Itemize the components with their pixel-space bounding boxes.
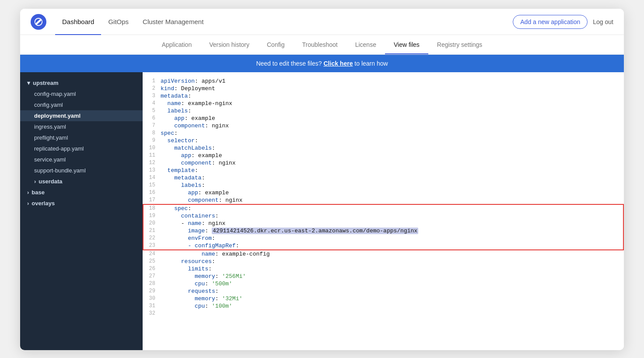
table-row: 5 labels: [143, 107, 623, 115]
table-row: 20 - name: nginx [143, 220, 623, 227]
line-number: 20 [143, 220, 161, 227]
line-number: 26 [143, 265, 161, 273]
line-content: memory: '32Mi' [161, 295, 623, 302]
tree-file-deployment[interactable]: deployment.yaml [20, 110, 143, 121]
banner-after-text: to learn how [354, 60, 388, 67]
table-row: 17 component: nginx [143, 197, 623, 204]
line-content: cpu: '100m' [161, 302, 623, 310]
table-row: 27 memory: '256Mi' [143, 273, 623, 280]
tree-item-label: base [32, 189, 45, 196]
line-number: 9 [143, 137, 161, 144]
banner-text: Need to edit these files? [256, 60, 322, 67]
line-number: 24 [143, 250, 161, 258]
tab-config[interactable]: Config [258, 35, 293, 54]
tab-view-files[interactable]: View files [385, 35, 428, 54]
tab-troubleshoot[interactable]: Troubleshoot [293, 35, 346, 54]
line-content: memory: '256Mi' [161, 273, 623, 280]
line-number: 30 [143, 295, 161, 302]
line-number: 11 [143, 152, 161, 159]
line-number: 18 [143, 204, 161, 212]
line-content: metadata: [161, 174, 623, 182]
tree-file-config-map[interactable]: config-map.yaml [20, 88, 143, 99]
logout-button[interactable]: Log out [593, 18, 613, 25]
line-content: selector: [161, 137, 623, 144]
chevron-right-icon: › [27, 200, 29, 207]
line-content: - name: nginx [161, 220, 623, 227]
table-row: 1apiVersion: apps/v1 [143, 77, 623, 85]
add-application-button[interactable]: Add a new application [513, 15, 588, 29]
line-content: spec: [161, 130, 623, 137]
tab-application[interactable]: Application [153, 35, 201, 54]
nav-gitops[interactable]: GitOps [101, 9, 136, 35]
tree-file-replicated-app[interactable]: replicated-app.yaml [20, 143, 143, 154]
main-nav: Dashboard GitOps Cluster Management [55, 9, 513, 35]
tree-item-label: config.yaml [34, 102, 63, 108]
line-number: 14 [143, 174, 161, 182]
line-number: 7 [143, 122, 161, 130]
line-content: metadata: [161, 92, 623, 100]
tab-license[interactable]: License [346, 35, 385, 54]
line-content: resources: [161, 258, 623, 265]
line-number: 8 [143, 130, 161, 137]
line-number: 17 [143, 197, 161, 204]
file-tree: ▾ upstream config-map.yaml config.yaml d… [20, 72, 143, 350]
line-number: 12 [143, 159, 161, 167]
line-number: 31 [143, 302, 161, 310]
table-row: 18 spec: [143, 204, 623, 212]
banner-link[interactable]: Click here [324, 60, 353, 67]
tree-file-ingress[interactable]: ingress.yaml [20, 121, 143, 132]
table-row: 3metadata: [143, 92, 623, 100]
table-row: 15 labels: [143, 182, 623, 189]
table-row: 7 component: nginx [143, 122, 623, 130]
table-row: 24 name: example-config [143, 250, 623, 258]
tree-file-preflight[interactable]: preflight.yaml [20, 132, 143, 143]
table-row: 19 containers: [143, 212, 623, 220]
table-row: 4 name: example-nginx [143, 100, 623, 107]
line-content: template: [161, 167, 623, 174]
line-content: name: example-nginx [161, 100, 623, 107]
line-number: 3 [143, 92, 161, 100]
app-logo [31, 14, 46, 30]
tree-item-label: replicated-app.yaml [34, 145, 84, 152]
line-content: labels: [161, 182, 623, 189]
table-row: 12 component: nginx [143, 159, 623, 167]
tree-folder-upstream[interactable]: ▾ upstream [20, 77, 143, 88]
line-content: component: nginx [161, 159, 623, 167]
nav-dashboard[interactable]: Dashboard [55, 9, 101, 35]
line-content: apiVersion: apps/v1 [161, 77, 623, 85]
tree-folder-overlays[interactable]: › overlays [20, 198, 143, 209]
table-row: 26 limits: [143, 265, 623, 273]
tree-file-service[interactable]: service.yaml [20, 154, 143, 165]
line-number: 5 [143, 107, 161, 115]
line-number: 15 [143, 182, 161, 189]
line-number: 13 [143, 167, 161, 174]
table-row: 16 app: example [143, 189, 623, 197]
tree-item-label: userdata [38, 178, 62, 185]
tree-file-support-bundle[interactable]: support-bundle.yaml [20, 165, 143, 176]
line-content: matchLabels: [161, 144, 623, 152]
line-content: - configMapRef: [161, 242, 623, 250]
line-content: limits: [161, 265, 623, 273]
tab-registry-settings[interactable]: Registry settings [428, 35, 491, 54]
line-number: 32 [143, 310, 161, 317]
table-row: 6 app: example [143, 115, 623, 122]
tree-item-label: support-bundle.yaml [34, 167, 86, 174]
line-content: kind: Deployment [161, 85, 623, 92]
tab-version-history[interactable]: Version history [200, 35, 258, 54]
code-viewer[interactable]: 1apiVersion: apps/v12kind: Deployment3me… [143, 72, 624, 350]
table-row: 8spec: [143, 130, 623, 137]
tree-folder-base[interactable]: › base [20, 187, 143, 198]
tree-item-label: ingress.yaml [34, 123, 66, 130]
tree-file-config[interactable]: config.yaml [20, 99, 143, 110]
line-content: cpu: '500m' [161, 280, 623, 288]
line-number: 1 [143, 77, 161, 85]
table-row: 25 resources: [143, 258, 623, 265]
line-number: 6 [143, 115, 161, 122]
table-row: 11 app: example [143, 152, 623, 159]
nav-cluster-management[interactable]: Cluster Management [136, 9, 210, 35]
table-row: 9 selector: [143, 137, 623, 144]
tree-folder-userdata[interactable]: › userdata [20, 176, 143, 187]
info-banner: Need to edit these files? Click here to … [20, 55, 624, 72]
table-row: 2kind: Deployment [143, 85, 623, 92]
chevron-right-icon: › [27, 189, 29, 196]
